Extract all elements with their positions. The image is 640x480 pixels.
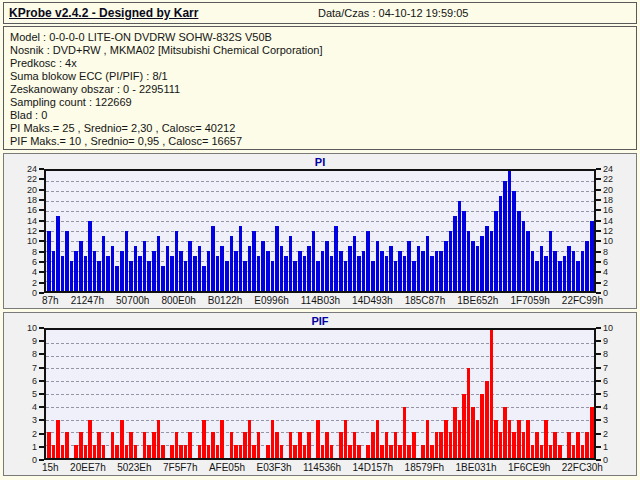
x-tick-label: 20EE7h bbox=[70, 461, 106, 475]
bar bbox=[316, 420, 320, 458]
bar bbox=[188, 432, 192, 458]
bar bbox=[357, 256, 361, 291]
bar bbox=[170, 445, 174, 458]
bar bbox=[398, 445, 402, 458]
y-tick-label: 3 bbox=[603, 415, 608, 425]
bar bbox=[540, 246, 544, 291]
x-tick-label: AFE05h bbox=[209, 461, 245, 475]
bar bbox=[293, 261, 297, 291]
bar bbox=[243, 432, 247, 458]
bar bbox=[298, 432, 302, 458]
y-tick-label: 16 bbox=[27, 205, 37, 215]
axis-tick bbox=[596, 199, 601, 201]
axis-tick bbox=[596, 327, 601, 329]
bar bbox=[93, 251, 97, 291]
bar bbox=[376, 420, 380, 458]
bar bbox=[47, 231, 51, 291]
bar bbox=[330, 445, 334, 458]
y-tick-label: 18 bbox=[27, 195, 37, 205]
datetime-label: Data/Czas : 04-10-12 19:59:05 bbox=[318, 7, 468, 19]
pi-y-axis-right: 242220181614121086420 bbox=[601, 164, 633, 298]
bar bbox=[61, 445, 65, 458]
bar bbox=[471, 407, 475, 458]
bar bbox=[407, 445, 411, 458]
axis-tick bbox=[596, 251, 601, 253]
bar bbox=[230, 432, 234, 458]
y-tick-label: 4 bbox=[603, 267, 608, 277]
pif-plot-area bbox=[44, 328, 596, 460]
axis-tick bbox=[596, 178, 601, 180]
axis-tick bbox=[596, 406, 601, 408]
bar bbox=[129, 261, 133, 291]
y-tick-label: 14 bbox=[603, 216, 613, 226]
bar bbox=[581, 445, 585, 458]
y-tick-label: 2 bbox=[32, 278, 37, 288]
bar bbox=[339, 251, 343, 291]
bar bbox=[56, 420, 60, 458]
bar bbox=[179, 251, 183, 291]
y-tick-label: 10 bbox=[27, 236, 37, 246]
bar bbox=[289, 432, 293, 458]
x-tick-label: B0122h bbox=[208, 294, 242, 308]
bar bbox=[134, 246, 138, 291]
bar bbox=[47, 432, 51, 458]
bar bbox=[567, 246, 571, 291]
pif-chart-title: PIF bbox=[7, 314, 633, 328]
bar bbox=[175, 231, 179, 291]
bar bbox=[334, 226, 338, 291]
axis-tick bbox=[596, 446, 601, 448]
x-tick-label: 87h bbox=[42, 294, 59, 308]
bar bbox=[526, 231, 530, 291]
bar bbox=[522, 221, 526, 291]
info-line-errors: Blad : 0 bbox=[10, 109, 630, 122]
bar bbox=[371, 432, 375, 458]
x-tick-label: 1BE031h bbox=[455, 461, 496, 475]
bar bbox=[558, 261, 562, 291]
bar bbox=[449, 432, 453, 458]
bar bbox=[403, 407, 407, 458]
bar bbox=[348, 246, 352, 291]
axis-tick bbox=[596, 393, 601, 395]
x-tick-label: 114536h bbox=[303, 461, 341, 475]
bar bbox=[198, 246, 202, 291]
bar bbox=[476, 420, 480, 458]
bar bbox=[471, 241, 475, 291]
axis-tick bbox=[596, 459, 601, 461]
bar bbox=[93, 445, 97, 458]
pif-chart-area: 109876543210 109876543210 bbox=[7, 328, 633, 460]
bar bbox=[243, 261, 247, 291]
bar bbox=[321, 445, 325, 458]
bar bbox=[79, 432, 83, 458]
axis-tick bbox=[596, 271, 601, 273]
pif-right-ticks bbox=[596, 328, 601, 460]
bar bbox=[61, 256, 65, 291]
y-tick-label: 16 bbox=[603, 205, 613, 215]
bar bbox=[494, 420, 498, 458]
bar bbox=[444, 241, 448, 291]
y-tick-label: 0 bbox=[603, 455, 608, 465]
x-tick-label: E03F3h bbox=[256, 461, 291, 475]
bar bbox=[152, 251, 156, 291]
bar bbox=[344, 261, 348, 291]
y-tick-label: 6 bbox=[603, 376, 608, 386]
bar bbox=[344, 420, 348, 458]
bar bbox=[157, 420, 161, 458]
bar bbox=[202, 266, 206, 291]
bar bbox=[102, 236, 106, 291]
bar bbox=[129, 432, 133, 458]
bar bbox=[111, 432, 115, 458]
bar bbox=[549, 445, 553, 458]
bar bbox=[207, 445, 211, 458]
bar bbox=[184, 261, 188, 291]
bar bbox=[430, 445, 434, 458]
bar bbox=[426, 420, 430, 458]
bar bbox=[211, 226, 215, 291]
y-tick-label: 0 bbox=[32, 288, 37, 298]
bar bbox=[120, 420, 124, 458]
bar bbox=[88, 420, 92, 458]
x-tick-label: E0996h bbox=[254, 294, 288, 308]
bar bbox=[293, 445, 297, 458]
bar bbox=[193, 256, 197, 291]
bar bbox=[403, 256, 407, 291]
bar bbox=[494, 211, 498, 291]
